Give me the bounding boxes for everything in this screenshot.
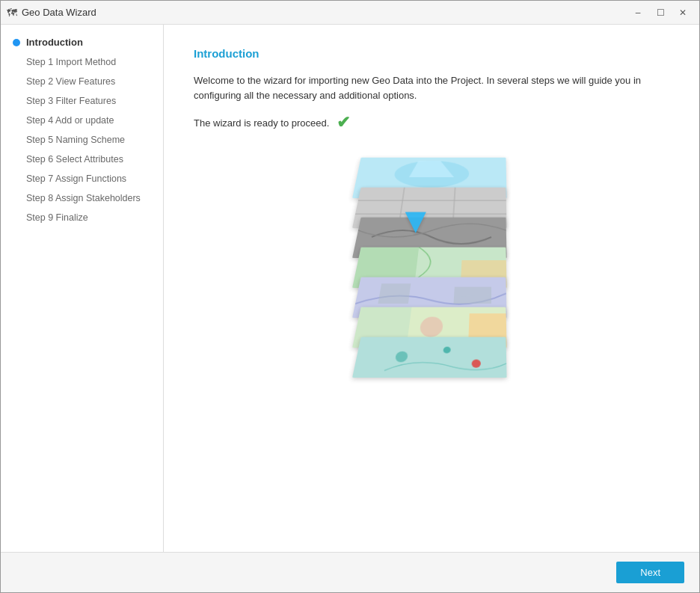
sidebar-label-step8: Step 8 Assign Stakeholders [26, 193, 141, 203]
footer: Next [1, 552, 699, 592]
titlebar: 🗺 Geo Data Wizard – ☐ ✕ [1, 1, 699, 25]
svg-rect-14 [453, 287, 491, 304]
sidebar-item-step9[interactable]: Step 9 Finalize [1, 208, 163, 227]
sidebar-label-step3: Step 3 Filter Features [26, 96, 116, 106]
checkmark-icon: ✔ [337, 113, 350, 132]
map-stack: ▼ [357, 155, 506, 372]
close-button[interactable]: ✕ [672, 4, 693, 21]
content-area: Introduction Welcome to the wizard for i… [164, 25, 699, 552]
sidebar-item-step2[interactable]: Step 2 View Features [1, 72, 163, 91]
sidebar-item-step7[interactable]: Step 7 Assign Functions [1, 169, 163, 188]
map-layer-6 [352, 337, 507, 378]
content-title: Introduction [194, 47, 669, 60]
sidebar-label-introduction: Introduction [26, 37, 83, 48]
active-dot [13, 39, 20, 46]
sidebar-item-step8[interactable]: Step 8 Assign Stakeholders [1, 188, 163, 208]
svg-rect-19 [352, 337, 507, 378]
down-arrow-icon: ▼ [398, 200, 434, 241]
sidebar: Introduction Step 1 Import Method Step 2… [1, 25, 164, 552]
window-title: Geo Data Wizard [22, 7, 627, 18]
sidebar-item-step4[interactable]: Step 4 Add or update [1, 111, 163, 130]
maximize-button[interactable]: ☐ [650, 4, 671, 21]
svg-rect-13 [378, 283, 411, 304]
sidebar-label-step6: Step 6 Select Attributes [26, 154, 123, 165]
map-illustration: ▼ [194, 155, 669, 372]
next-button[interactable]: Next [616, 562, 684, 583]
sidebar-item-step5[interactable]: Step 5 Naming Scheme [1, 130, 163, 150]
sidebar-label-step5: Step 5 Naming Scheme [26, 135, 125, 145]
sidebar-label-step7: Step 7 Assign Functions [26, 173, 126, 184]
main-content: Introduction Step 1 Import Method Step 2… [1, 25, 699, 552]
window-controls: – ☐ ✕ [627, 4, 693, 21]
sidebar-label-step1: Step 1 Import Method [26, 57, 116, 67]
sidebar-label-step4: Step 4 Add or update [26, 115, 114, 126]
sidebar-label-step9: Step 9 Finalize [26, 212, 88, 223]
main-window: 🗺 Geo Data Wizard – ☐ ✕ Introduction Ste… [0, 0, 700, 593]
minimize-button[interactable]: – [627, 4, 648, 21]
sidebar-item-step3[interactable]: Step 3 Filter Features [1, 91, 163, 111]
welcome-text: Welcome to the wizard for importing new … [194, 73, 669, 102]
sidebar-item-introduction[interactable]: Introduction [1, 32, 163, 52]
ready-text: The wizard is ready to proceed. [194, 117, 329, 129]
ready-row: The wizard is ready to proceed. ✔ [194, 113, 669, 132]
sidebar-item-step6[interactable]: Step 6 Select Attributes [1, 150, 163, 169]
app-icon: 🗺 [7, 7, 17, 19]
sidebar-item-step1[interactable]: Step 1 Import Method [1, 52, 163, 72]
sidebar-label-step2: Step 2 View Features [26, 76, 115, 87]
